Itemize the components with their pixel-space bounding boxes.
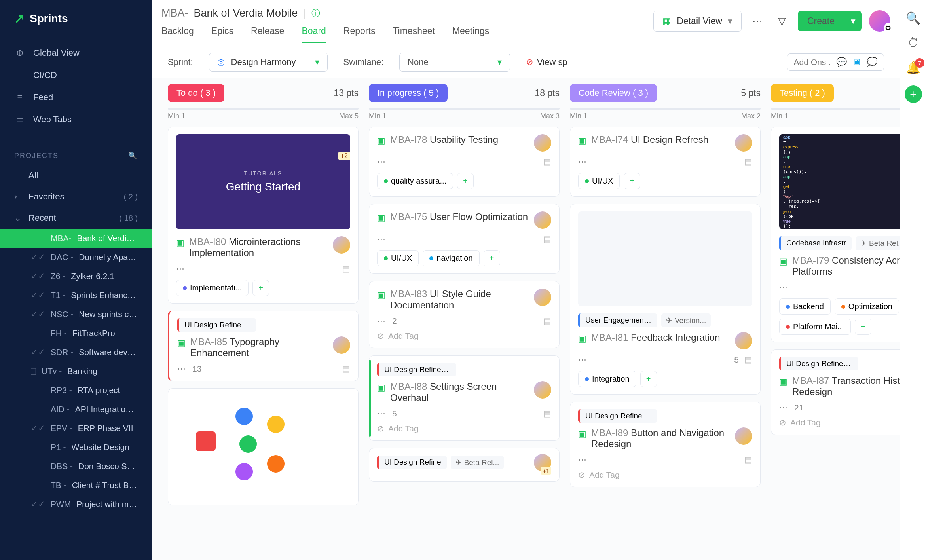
epic-chip[interactable]: Codebase Infrastr xyxy=(779,236,852,250)
tab-reports[interactable]: Reports xyxy=(343,26,376,43)
card-menu[interactable]: ⋯ xyxy=(377,157,387,167)
epic-chip[interactable]: UI Design Refine xyxy=(377,456,447,469)
card[interactable]: ▣MBA-I83 UI Style Guide Documentation⋯2▤… xyxy=(369,281,560,348)
epic-chip[interactable]: User Engagement a xyxy=(578,313,657,327)
assignee-avatar[interactable] xyxy=(333,236,350,254)
release-chip[interactable]: ✈Version... xyxy=(661,313,711,327)
release-chip[interactable]: ✈Beta Rel... xyxy=(451,456,504,469)
notifications-icon[interactable]: 🔔7 xyxy=(906,61,920,74)
tab-release[interactable]: Release xyxy=(251,26,284,43)
subtask-icon[interactable]: ▤ xyxy=(543,316,551,326)
app-logo[interactable]: ↗ Sprints xyxy=(0,0,152,37)
swimlane-select[interactable]: None ▾ xyxy=(399,53,510,72)
timer-icon[interactable]: ⏱ xyxy=(907,36,919,49)
assignee-avatar[interactable] xyxy=(735,134,752,152)
subtask-icon[interactable]: ▤ xyxy=(744,157,752,167)
column-title[interactable]: Testing ( 2 ) xyxy=(771,84,834,102)
tag[interactable]: UI/UX xyxy=(377,250,419,266)
card[interactable]: UI Design Refinement▣MBA-I85 Typography … xyxy=(168,311,359,381)
card-menu[interactable]: ⋯ xyxy=(177,364,187,374)
card[interactable]: UI Design Refinement▣MBA-I87 Transaction… xyxy=(771,349,900,435)
assignee-avatar[interactable] xyxy=(534,381,551,399)
filter-icon[interactable]: ▽ xyxy=(773,12,791,30)
add-tag-link[interactable]: ⊘Add Tag xyxy=(377,424,551,433)
project-P1[interactable]: ✓✓P1 -Website Design xyxy=(0,438,152,457)
assignee-avatar[interactable] xyxy=(333,336,350,354)
card-menu[interactable]: ⋯ xyxy=(377,409,387,418)
add-tag-button[interactable]: + xyxy=(640,371,657,387)
card-menu[interactable]: ⋯ xyxy=(779,283,789,292)
card[interactable]: TUTORIALSGetting Started▣MBA-I80 Microin… xyxy=(168,127,359,304)
card[interactable]: ▣MBA-I75 User Flow Optimization⋯▤UI/UXna… xyxy=(369,204,560,274)
project-MBA[interactable]: ✓✓MBA-Bank of Verdia ... xyxy=(0,229,152,248)
tag[interactable]: Implementati... xyxy=(176,280,249,296)
tag[interactable]: UI/UX xyxy=(578,173,620,189)
epic-chip[interactable]: UI Design Refinement xyxy=(779,357,858,370)
card-menu[interactable]: ⋯ xyxy=(578,157,588,167)
nav-web-tabs[interactable]: ▭Web Tabs xyxy=(0,108,152,131)
add-tag-button[interactable]: + xyxy=(484,250,500,266)
group-all[interactable]: All xyxy=(0,165,152,186)
nav-global-view[interactable]: ⊕Global View xyxy=(0,42,152,64)
tab-timesheet[interactable]: Timesheet xyxy=(393,26,435,43)
assignee-avatar[interactable] xyxy=(534,211,551,229)
subtask-icon[interactable]: ▤ xyxy=(342,264,350,273)
tab-epics[interactable]: Epics xyxy=(211,26,233,43)
project-DAC[interactable]: ✓✓DAC -Donnelly Apartm... xyxy=(0,248,152,267)
tag[interactable]: quality assura... xyxy=(377,173,453,189)
subtask-icon[interactable]: ▤ xyxy=(744,455,752,465)
epic-chip[interactable]: UI Design Refinement xyxy=(578,409,657,423)
addons-panel[interactable]: Add Ons : 💬 🖥 💭 xyxy=(787,53,884,71)
create-button[interactable]: Create ▾ xyxy=(798,11,862,31)
card[interactable]: UI Design Refinement▣MBA-I88 Settings Sc… xyxy=(369,355,560,441)
card-menu[interactable]: ⋯ xyxy=(377,316,387,326)
group-favorites[interactable]: ›Favorites( 2 ) xyxy=(0,186,152,207)
sprint-warning[interactable]: ⊘ View sp xyxy=(526,57,567,67)
add-tag-button[interactable]: + xyxy=(855,319,871,335)
project-T1[interactable]: ✓✓T1 -Sprints Enhance... xyxy=(0,286,152,305)
search-projects-icon[interactable]: 🔍 xyxy=(128,151,138,160)
project-RP3[interactable]: ✓✓RP3 -RTA project xyxy=(0,381,152,400)
project-Z6[interactable]: ✓✓Z6 -Zylker 6.2.1 xyxy=(0,267,152,286)
add-tag-link[interactable]: ⊘Add Tag xyxy=(578,470,752,480)
project-NSC[interactable]: ✓✓NSC -New sprints co... xyxy=(0,305,152,324)
tab-board[interactable]: Board xyxy=(302,26,326,43)
project-AID[interactable]: ✓✓AID -API Integration ... xyxy=(0,400,152,419)
user-avatar[interactable] xyxy=(869,10,890,32)
create-caret[interactable]: ▾ xyxy=(844,11,862,31)
add-tag-link[interactable]: ⊘Add Tag xyxy=(779,418,900,427)
subtask-icon[interactable]: ▤ xyxy=(543,409,551,418)
subtask-icon[interactable]: ▤ xyxy=(744,355,752,364)
card-menu[interactable]: ⋯ xyxy=(578,455,588,465)
subtask-icon[interactable]: ▤ xyxy=(543,234,551,244)
nav-ci-cd[interactable]: CI/CD xyxy=(0,64,152,86)
assignee-avatar[interactable] xyxy=(534,134,551,152)
tab-backlog[interactable]: Backlog xyxy=(161,26,194,43)
card[interactable]: const app = express();app.use(cors());ap… xyxy=(771,127,900,342)
subtask-icon[interactable]: ▤ xyxy=(543,157,551,167)
epic-chip[interactable]: UI Design Refinement xyxy=(177,318,256,332)
card[interactable] xyxy=(168,388,359,505)
project-EPV[interactable]: ✓✓EPV -ERP Phase VII xyxy=(0,419,152,438)
add-tag-link[interactable]: ⊘Add Tag xyxy=(377,331,551,341)
assignee-avatar[interactable] xyxy=(534,289,551,306)
column-title[interactable]: In progress ( 5 ) xyxy=(369,84,448,102)
card-menu[interactable]: ⋯ xyxy=(176,264,186,273)
quick-add-button[interactable]: + xyxy=(905,85,922,103)
project-TB[interactable]: ✓✓TB -Client # Trust Ba... xyxy=(0,476,152,495)
epic-chip[interactable]: UI Design Refinement xyxy=(377,363,456,376)
add-tag-button[interactable]: + xyxy=(457,173,474,189)
assignee-avatar[interactable] xyxy=(735,332,752,349)
project-SDR[interactable]: ✓✓SDR -Software develo... xyxy=(0,343,152,362)
release-chip[interactable]: ✈Beta Rel... xyxy=(856,236,900,250)
card[interactable]: UI Design Refinement▣MBA-I89 Button and … xyxy=(570,402,761,487)
tag[interactable]: navigation xyxy=(423,250,479,266)
subtask-icon[interactable]: ▤ xyxy=(342,364,350,374)
project-DBS[interactable]: ✓✓DBS -Don Bosco Scho... xyxy=(0,457,152,476)
card-menu[interactable]: ⋯ xyxy=(779,403,789,412)
card-menu[interactable]: ⋯ xyxy=(578,355,588,364)
assignee-avatar[interactable] xyxy=(735,427,752,445)
tab-meetings[interactable]: Meetings xyxy=(452,26,489,43)
card[interactable]: ▣MBA-I74 UI Design Refresh⋯▤UI/UX+ xyxy=(570,127,761,197)
project-FH[interactable]: ✓✓FH -FitTrackPro xyxy=(0,324,152,343)
